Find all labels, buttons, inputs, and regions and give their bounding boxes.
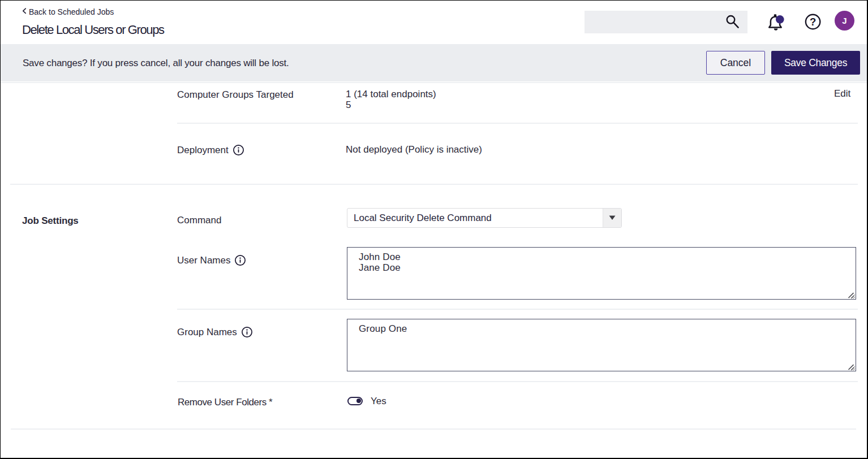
svg-text:?: ? <box>810 16 816 28</box>
